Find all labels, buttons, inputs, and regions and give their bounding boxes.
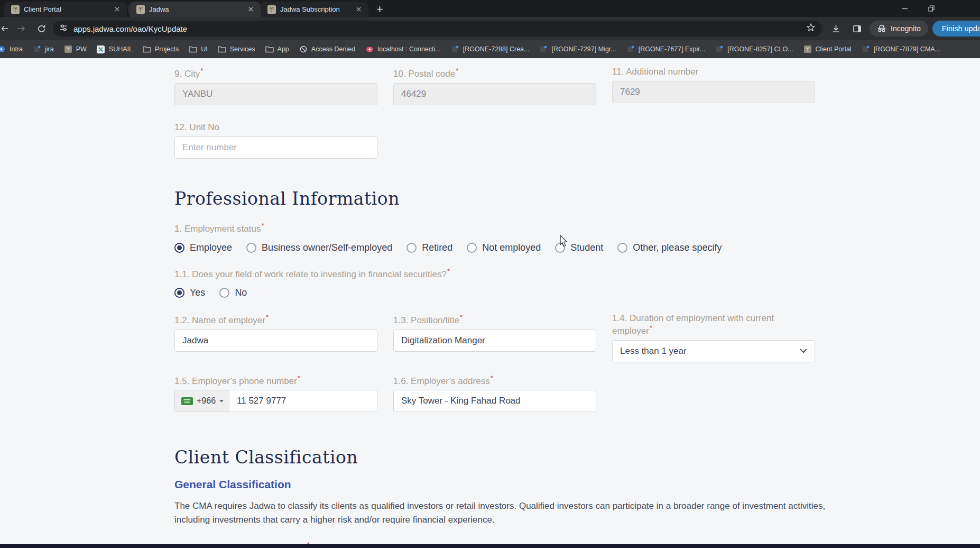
bookmark-item[interactable]: [RGONE-7879] CMA... — [862, 45, 940, 53]
bookmark-item[interactable]: App — [265, 45, 289, 53]
position-title-input[interactable]: Digitalization Manger — [393, 330, 596, 352]
bookmark-item[interactable]: Services — [218, 45, 255, 53]
bookmark-item[interactable]: jira — [33, 45, 54, 53]
bookmark-item[interactable]: Projects — [143, 45, 179, 53]
bookmark-item[interactable]: [RGONE-7288] Crea... — [451, 45, 530, 53]
employer-name-input[interactable]: Jadwa — [174, 330, 377, 352]
dial-code-selector[interactable]: +966 — [175, 390, 229, 412]
radio-option-yes[interactable]: Yes — [174, 287, 205, 298]
bookmark-star-icon[interactable] — [806, 23, 816, 34]
radio-icon[interactable] — [219, 288, 229, 298]
additional-number-field: 11. Additional number 7629 — [612, 67, 815, 105]
radio-option-employee[interactable]: Employee — [174, 242, 232, 253]
classification-paragraph: The CMA requires Jadwa to classify its c… — [174, 499, 840, 527]
postal-code-field: 10. Postal code 46429 — [393, 67, 596, 105]
back-button[interactable] — [0, 20, 10, 37]
radio-option-other[interactable]: Other, please specify — [617, 242, 722, 253]
phone-number-text[interactable]: 11 527 9777 — [229, 396, 293, 406]
mouse-cursor — [559, 235, 569, 249]
browser-window: Client Portal Jadwa Jadwa Subscription — [0, 0, 980, 548]
address-bar[interactable]: apps.jadwa.com/oao/KycUpdate — [53, 21, 822, 36]
postal-code-input[interactable]: 46429 — [393, 83, 596, 105]
bottom-bar — [0, 544, 980, 548]
finish-update-button[interactable]: Finish upda — [932, 21, 980, 36]
chevron-down-icon — [800, 349, 807, 353]
jira-icon — [626, 45, 635, 53]
bookmark-item[interactable]: localhost : Connecti... — [365, 45, 441, 53]
additional-number-label: 11. Additional number — [612, 67, 815, 77]
radio-icon[interactable] — [246, 243, 256, 253]
radio-icon[interactable] — [174, 243, 184, 253]
bookmark-item[interactable]: Intra — [0, 45, 23, 53]
general-classification-subheading: General Classification — [174, 478, 980, 491]
radio-icon[interactable] — [174, 288, 184, 298]
bookmark-item[interactable]: [RGONE-7677] Expir... — [626, 45, 705, 53]
bookmark-item[interactable]: PW — [64, 45, 87, 53]
employment-status-label: 1. Employment status — [174, 222, 980, 234]
tab-client-portal[interactable]: Client Portal — [4, 2, 127, 17]
toolbar-actions: Incognito Finish upda — [827, 20, 980, 37]
bookmark-item[interactable]: [RGONE-8257] CLO... — [715, 45, 793, 53]
bookmark-item[interactable]: [RGONE-7297] Migr... — [539, 45, 616, 53]
side-panel-icon[interactable] — [848, 20, 865, 37]
position-title-field: 1.3. Position/title Digitalization Mange… — [393, 313, 596, 362]
forward-button[interactable] — [13, 20, 30, 37]
incognito-label: Incognito — [891, 24, 921, 33]
radio-icon[interactable] — [467, 243, 477, 253]
pink-app-icon — [365, 45, 374, 53]
download-icon[interactable] — [827, 20, 844, 37]
bookmarks-bar: Intra jira PW SUHAIL Projects UI Service… — [0, 40, 980, 58]
address-row-2: 12. Unit No Enter number — [174, 122, 980, 159]
radio-option-no[interactable]: No — [219, 287, 247, 298]
bookmark-item[interactable]: SUHAIL — [97, 45, 133, 53]
tab-jadwa-subscription[interactable]: Jadwa Subscription — [261, 2, 368, 17]
radio-icon[interactable] — [406, 243, 417, 253]
bookmark-item[interactable]: Access Denied — [299, 45, 355, 53]
jira-icon — [862, 45, 870, 53]
incognito-badge: Incognito — [870, 21, 928, 36]
tab-strip: Client Portal Jadwa Jadwa Subscription — [0, 0, 980, 17]
url-text[interactable]: apps.jadwa.com/oao/KycUpdate — [73, 24, 801, 33]
folder-icon — [218, 45, 226, 53]
tab-title: Jadwa — [149, 5, 242, 13]
employment-duration-label: 1.4. Duration of employment with current… — [612, 313, 815, 336]
radio-option-not-employed[interactable]: Not employed — [467, 242, 541, 253]
folder-icon — [189, 45, 197, 53]
kyc-form-page: 9. City YANBU 10. Postal code 46429 11. … — [0, 58, 980, 544]
radio-option-retired[interactable]: Retired — [406, 242, 452, 253]
bookmark-item[interactable]: UI — [189, 45, 208, 53]
tab-close-icon[interactable] — [246, 5, 255, 14]
employer-address-input[interactable]: Sky Tower - King Fahad Road — [393, 390, 596, 412]
employer-row-2: 1.5. Employer’s phone number +966 11 527… — [174, 374, 980, 413]
jadwa-palm-icon — [803, 45, 812, 53]
jadwa-favicon-icon — [136, 5, 145, 14]
radio-icon[interactable] — [617, 243, 627, 253]
restore-button[interactable] — [924, 2, 939, 15]
city-label: 9. City — [174, 67, 377, 79]
employment-duration-field: 1.4. Duration of employment with current… — [612, 313, 815, 362]
tab-close-icon[interactable] — [354, 5, 363, 14]
city-input[interactable]: YANBU — [174, 83, 377, 105]
additional-number-input[interactable]: 7629 — [612, 81, 815, 103]
unit-no-input[interactable]: Enter number — [174, 136, 377, 159]
tab-title: Jadwa Subscription — [280, 5, 349, 13]
client-classification-heading: Client Classification — [174, 447, 980, 468]
unit-no-label: 12. Unit No — [174, 122, 377, 133]
professional-information-heading: Professional Information — [174, 188, 980, 209]
employer-name-label: 1.2. Name of employer — [174, 313, 377, 326]
site-settings-icon[interactable] — [59, 23, 68, 34]
radio-option-business-owner[interactable]: Business owner/Self-employed — [246, 242, 392, 253]
employer-phone-input[interactable]: +966 11 527 9777 — [174, 390, 377, 412]
bookmark-item[interactable]: Client Portal — [803, 45, 852, 53]
employment-duration-select[interactable]: Less than 1 year — [612, 340, 815, 362]
tab-close-icon[interactable] — [112, 5, 122, 14]
tab-jadwa-active[interactable]: Jadwa — [130, 2, 261, 17]
minimize-button[interactable] — [898, 2, 912, 15]
new-tab-button[interactable] — [373, 2, 386, 16]
caret-down-icon — [219, 400, 224, 403]
tab-title: Client Portal — [24, 5, 108, 13]
reload-button[interactable] — [33, 20, 50, 37]
employer-phone-label: 1.5. Employer’s phone number — [174, 374, 377, 387]
jira-icon — [451, 45, 459, 53]
unit-no-field: 12. Unit No Enter number — [174, 122, 377, 159]
